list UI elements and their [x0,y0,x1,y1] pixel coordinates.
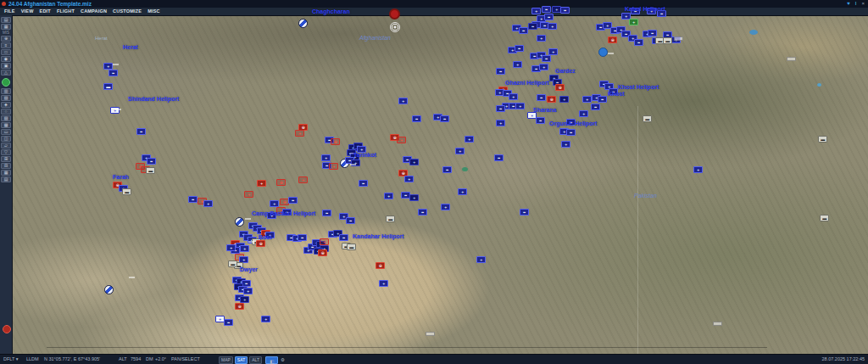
toolbar-button-top-1[interactable]: ▦ [1,24,11,30]
unit-icon[interactable]: + [537,35,546,42]
map-canvas[interactable]: +▪▪▬+▪▪+▪▪⊕+▬⊕+▬⊕+▪▪⊕+▪▪++▪▪+▬+▪▪+⊕+⊕+▪▪… [0,0,868,364]
unit-icon[interactable]: ▬ [146,167,155,174]
close-icon[interactable]: × [861,0,865,8]
unit-icon[interactable]: ▪▪ [147,158,156,165]
toolbar-button-low-3[interactable]: ○ [1,109,11,115]
unit-icon[interactable]: ▪▪ [346,217,355,224]
unit-icon[interactable]: ▬ [386,216,395,222]
toolbar-button-top-0[interactable]: ▤ [1,17,11,23]
toolbar-button-mid-3[interactable]: ◉ [1,56,11,62]
unit-icon[interactable]: ⊕ [376,262,385,269]
unit-icon[interactable]: ▪▪ [560,7,570,14]
unit-icon[interactable]: ▬ [643,115,652,122]
unit-icon[interactable]: + [240,296,249,303]
unit-icon[interactable]: ▪▪ [440,115,449,122]
unit-icon[interactable]: ▬ [820,215,829,221]
unit-icon[interactable]: + [515,103,525,109]
unit-icon[interactable]: + [379,280,388,287]
menu-view[interactable]: VIEW [21,8,34,15]
toolbar-button-mid-4[interactable]: ▣ [1,63,11,69]
unit-icon[interactable]: + [441,204,450,210]
unit-icon[interactable]: ▬ [122,188,131,195]
toolbar-button-low-7[interactable]: ◫ [1,136,11,142]
unit-icon[interactable]: ▪▪ [298,234,307,241]
menu-campaign[interactable]: CAMPAIGN [81,8,107,15]
unit-icon[interactable]: ▪▪ [359,180,368,187]
toolbar-button-low-6[interactable]: ▭ [1,129,11,135]
unit-icon[interactable]: ▪▪ [591,104,600,110]
unit-icon[interactable]: + [203,200,213,207]
unit-icon[interactable]: ▪▪ [136,128,146,135]
unit-icon[interactable]: + [270,200,279,207]
unit-icon[interactable]: ▪▪ [634,39,643,46]
unit-icon[interactable]: ▪▪ [648,30,657,36]
unit-icon[interactable]: ▪▪ [322,210,331,216]
unit-icon[interactable]: + [693,166,703,173]
unit-icon[interactable]: + [629,19,638,25]
unit-icon[interactable]: ▪▪ [528,23,537,30]
unit-icon[interactable]: + [513,61,522,68]
layer-toggle-button[interactable]: ◧ [265,356,278,364]
unit-icon[interactable]: + [103,63,113,70]
toolbar-button-low-1[interactable]: ▧ [1,95,11,101]
unit-icon[interactable]: + [243,288,253,294]
unit-icon[interactable]: ⊕ [555,84,565,91]
unit-icon[interactable]: + [398,98,408,104]
preset-dropdown[interactable]: DFLT ▾ [3,355,19,364]
unit-icon[interactable]: ▪▪ [537,94,546,101]
unit-icon[interactable]: + [261,316,270,322]
unit-icon[interactable]: + [496,120,505,126]
toolbar-button-mid-5[interactable]: △ [1,70,11,76]
unit-icon[interactable]: + [458,188,467,195]
toolbar-button-low-0[interactable]: ▥ [1,88,11,94]
favorite-icon[interactable]: ♥ [847,0,850,8]
unit-icon[interactable]: ⊕ [318,249,327,256]
map-type-alt[interactable]: ALT [249,356,262,364]
unit-icon[interactable]: ▪▪ [542,55,551,62]
record-indicator-icon[interactable] [3,325,11,333]
unit-icon[interactable]: ⊕ [608,36,617,43]
unit-icon[interactable]: + [465,136,474,143]
unit-icon[interactable]: + [531,8,541,14]
unit-icon[interactable]: ▪▪ [418,209,427,216]
unit-icon[interactable]: + [539,64,548,70]
unit-icon[interactable]: + [582,96,592,103]
unit-icon[interactable]: ▪▪ [496,105,505,112]
unit-icon[interactable]: + [548,23,557,30]
unit-icon[interactable]: ⊕ [256,240,265,247]
unit-icon[interactable]: + [561,141,570,148]
unit-icon[interactable]: ⊕ [547,96,556,103]
unit-icon[interactable]: ▪▪ [224,319,233,326]
unit-icon[interactable]: + [329,163,338,170]
unit-icon[interactable]: + [476,256,486,263]
unit-icon[interactable]: ▪▪ [188,196,198,203]
unit-icon[interactable]: ▪▪ [542,6,551,13]
menu-customize[interactable]: CUSTOMIZE [113,8,142,15]
airport-icon[interactable] [235,217,244,227]
unit-icon[interactable]: ▪▪ [108,70,118,76]
menu-flight[interactable]: FLIGHT [57,8,75,15]
unit-icon[interactable]: ▪▪ [520,209,529,216]
toolbar-button-low-12[interactable]: ▦ [1,170,11,176]
unit-icon[interactable]: + [384,193,393,199]
unit-icon[interactable]: ⊕ [331,138,340,145]
unit-icon[interactable]: + [321,154,331,161]
unit-icon[interactable]: + [409,159,419,165]
unit-icon[interactable]: + [559,96,569,103]
unit-icon[interactable]: + [295,130,304,137]
unit-icon[interactable]: + [548,48,558,55]
unit-icon[interactable]: ▪▪ [339,234,348,241]
unit-icon[interactable]: ▬ [228,260,237,267]
unit-icon[interactable]: ▪▪ [288,197,298,204]
unit-icon[interactable]: + [320,238,329,245]
unit-icon[interactable]: ▪▪ [536,117,545,124]
map-type-map[interactable]: MAP [219,356,233,364]
map-type-sat[interactable]: SAT [235,356,248,364]
menu-file[interactable]: FILE [4,8,15,15]
unit-icon[interactable]: ▪▪ [412,115,421,122]
unit-icon[interactable]: + [409,194,419,201]
menu-edit[interactable]: EDIT [40,8,51,15]
unit-icon[interactable]: ▬ [103,83,113,90]
unit-icon[interactable]: + [240,245,249,252]
unit-icon[interactable]: ▪▪ [442,166,452,173]
